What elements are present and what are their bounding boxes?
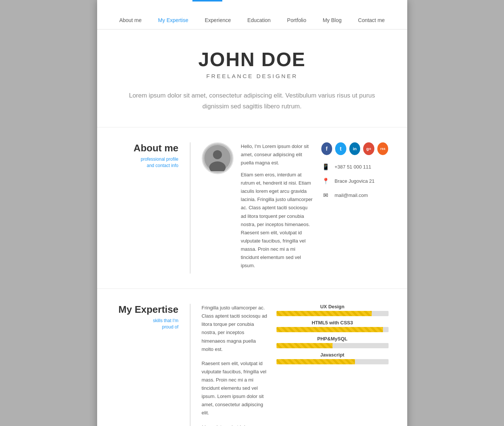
about-text: Hello, I'm Lorem ipsum dolor sit amet, c… — [241, 142, 314, 274]
nav-bar: About me My Expertise Experience Educati… — [97, 0, 407, 30]
skill-label: HTML5 with CSS3 — [276, 320, 389, 325]
skill-bar-bg — [276, 327, 389, 332]
address-text: Brace Jugovica 21 — [335, 178, 375, 184]
nav-item-blog[interactable]: My Blog — [315, 11, 350, 29]
phone-number: +387 51 000 111 — [335, 164, 371, 170]
svg-point-1 — [213, 150, 222, 159]
nav-link-portfolio[interactable]: Portfolio — [279, 11, 314, 29]
expertise-text1: Fringilla justo ullamcorper ac. Class ap… — [202, 304, 269, 354]
expertise-section: My Expertise skills that I'mproud of Fri… — [97, 289, 407, 426]
nav-link-contact[interactable]: Contact me — [350, 11, 393, 29]
contact-address: 📍 Brace Jugovica 21 — [321, 177, 389, 186]
nav-item-expertise[interactable]: My Expertise — [150, 11, 197, 29]
about-title-col: About me professional profileand contact… — [116, 142, 191, 274]
expertise-note: I love doing what I do. — [202, 423, 269, 426]
nav-item-education[interactable]: Education — [239, 11, 279, 29]
nav-item-portfolio[interactable]: Portfolio — [279, 11, 314, 29]
contact-email: ✉ mail@mail.com — [321, 191, 389, 200]
skill-bar-bg — [276, 343, 389, 348]
about-right: f t in g+ rss 📱 +387 51 000 111 📍 — [314, 142, 389, 274]
nav-link-blog[interactable]: My Blog — [315, 11, 350, 29]
nav-item-contact[interactable]: Contact me — [350, 11, 393, 29]
googleplus-icon[interactable]: g+ — [363, 142, 374, 155]
about-intro: Hello, I'm Lorem ipsum dolor sit amet, c… — [241, 142, 314, 167]
expertise-right: UX Design HTML5 with CSS3 PHP&MySQL Java… — [276, 304, 389, 426]
nav-links: About me My Expertise Experience Educati… — [111, 0, 393, 29]
hero-name: JOHN DOE — [120, 48, 385, 71]
nav-link-education[interactable]: Education — [239, 11, 279, 29]
about-section: About me professional profileand contact… — [97, 127, 407, 289]
about-subtitle: professional profileand contact info — [116, 156, 179, 169]
nav-item-about[interactable]: About me — [111, 11, 150, 29]
skill-label: UX Design — [276, 304, 389, 309]
skill-bar-bg — [276, 311, 389, 316]
phone-icon: 📱 — [321, 163, 330, 172]
hero-description: Lorem ipsum dolor sit amet, consectetur … — [129, 90, 375, 112]
skill-bar-php&mysql: PHP&MySQL — [276, 336, 389, 348]
skill-bar-javascript: Javascript — [276, 352, 389, 364]
about-title: About me — [116, 142, 179, 154]
page-wrapper: About me My Expertise Experience Educati… — [97, 0, 407, 426]
skill-bar-fill — [276, 359, 355, 364]
email-icon: ✉ — [321, 191, 330, 200]
expertise-left: Fringilla justo ullamcorper ac. Class ap… — [202, 304, 269, 426]
skill-bar-fill — [276, 343, 333, 348]
twitter-icon[interactable]: t — [335, 142, 346, 155]
expertise-title: My Expertise — [116, 304, 179, 315]
rss-icon[interactable]: rss — [377, 142, 389, 155]
skill-label: PHP&MySQL — [276, 336, 389, 342]
skill-bar-fill — [276, 327, 383, 332]
about-body: Hello, I'm Lorem ipsum dolor sit amet, c… — [202, 142, 389, 274]
expertise-body: Fringilla justo ullamcorper ac. Class ap… — [202, 304, 389, 426]
social-icons: f t in g+ rss — [321, 142, 389, 155]
nav-item-experience[interactable]: Experience — [197, 11, 239, 29]
expertise-subtitle: skills that I'mproud of — [116, 318, 179, 330]
skill-label: Javascript — [276, 352, 389, 358]
skill-bar-ux-design: UX Design — [276, 304, 389, 316]
about-left: Hello, I'm Lorem ipsum dolor sit amet, c… — [202, 142, 314, 274]
nav-link-experience[interactable]: Experience — [197, 11, 239, 29]
hero-title: FREELANCE DESIGNER — [120, 73, 385, 79]
skill-bar-fill — [276, 311, 372, 316]
linkedin-icon[interactable]: in — [349, 142, 361, 155]
expertise-content: Fringilla justo ullamcorper ac. Class ap… — [191, 304, 389, 426]
facebook-icon[interactable]: f — [321, 142, 333, 155]
avatar — [202, 142, 234, 174]
email-text: mail@mail.com — [335, 192, 368, 198]
contact-phone: 📱 +387 51 000 111 — [321, 163, 389, 172]
expertise-text2: Raesent sem elit, volutpat id vulputate … — [202, 359, 269, 417]
nav-link-about[interactable]: About me — [111, 11, 150, 29]
nav-link-expertise[interactable]: My Expertise — [150, 11, 197, 29]
contact-list: 📱 +387 51 000 111 📍 Brace Jugovica 21 ✉ … — [321, 163, 389, 200]
skill-bar-bg — [276, 359, 389, 364]
about-body-text: Etiam sem eros, interdum at rutrum et, h… — [241, 171, 314, 270]
nav-active-indicator — [192, 0, 222, 1]
expertise-title-col: My Expertise skills that I'mproud of — [116, 304, 191, 426]
location-icon: 📍 — [321, 177, 330, 186]
about-content: Hello, I'm Lorem ipsum dolor sit amet, c… — [191, 142, 389, 274]
skill-bar-html5-with-css3: HTML5 with CSS3 — [276, 320, 389, 332]
hero-section: JOHN DOE FREELANCE DESIGNER Lorem ipsum … — [97, 30, 407, 127]
